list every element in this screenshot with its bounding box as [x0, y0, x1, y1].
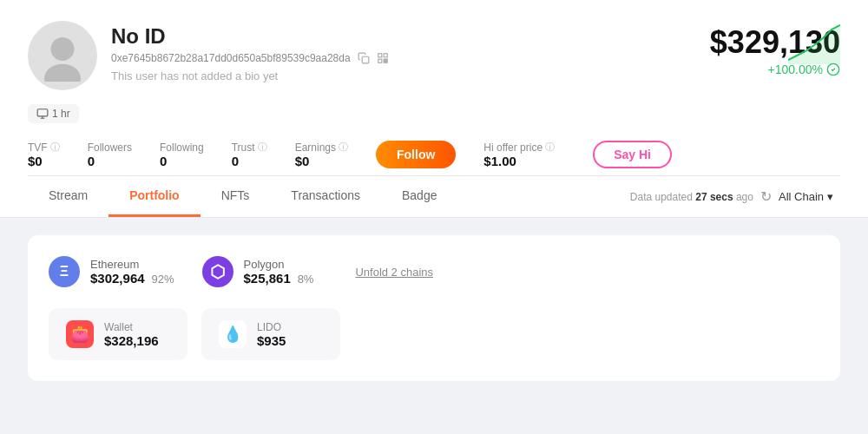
trust-value: 0 — [232, 154, 267, 168]
copy-address-button[interactable] — [358, 52, 370, 64]
assets-row: 👛 Wallet $328,196 💧 LIDO $935 — [49, 308, 819, 360]
svg-rect-2 — [362, 56, 369, 63]
data-updated-text: Data updated 27 secs ago — [630, 191, 753, 203]
ethereum-pct: 92% — [151, 273, 174, 286]
hi-offer-label: Hi offer price — [483, 141, 542, 154]
ethereum-name: Ethereum — [90, 258, 174, 271]
chevron-down-icon: ▾ — [827, 190, 833, 203]
qr-code-button[interactable] — [377, 52, 389, 64]
wallet-asset-value: $328,196 — [104, 333, 159, 348]
trust-label: Trust — [232, 141, 255, 154]
wallet-logo: 👛 — [66, 320, 94, 348]
hi-offer-container: Hi offer price ⓘ $1.00 — [483, 141, 555, 168]
chain-polygon: ⬡ Polygon $25,861 8% — [202, 256, 314, 287]
stat-following: Following 0 — [160, 141, 204, 168]
time-badge: 1 hr — [28, 104, 79, 123]
hi-offer-value: $1.00 — [483, 154, 555, 168]
refresh-icon[interactable]: ↻ — [760, 188, 772, 205]
stat-tvf: TVF ⓘ $0 — [28, 141, 60, 168]
chains-row: Ξ Ethereum $302,964 92% ⬡ Polygon $25,86… — [49, 256, 819, 287]
polygon-info: Polygon $25,861 8% — [244, 258, 314, 286]
lido-asset-name: LIDO — [257, 321, 286, 333]
stat-earnings: Earnings ⓘ $0 — [295, 141, 348, 168]
tab-nfts[interactable]: NFTs — [201, 176, 271, 217]
earnings-label: Earnings — [295, 141, 336, 154]
stat-followers: Followers 0 — [88, 141, 132, 168]
check-circle-icon — [826, 62, 840, 76]
portfolio-change: +100.00% — [710, 62, 840, 76]
stat-trust: Trust ⓘ 0 — [232, 141, 267, 168]
earnings-info-icon: ⓘ — [339, 141, 348, 154]
portfolio-content: Ξ Ethereum $302,964 92% ⬡ Polygon $25,86… — [0, 218, 868, 398]
earnings-value: $0 — [295, 154, 348, 168]
wallet-asset-name: Wallet — [104, 321, 159, 333]
chain-selector[interactable]: All Chain ▾ — [779, 190, 833, 203]
svg-rect-7 — [385, 59, 387, 61]
lido-logo: 💧 — [219, 320, 247, 348]
svg-rect-4 — [384, 54, 387, 57]
following-value: 0 — [160, 154, 204, 168]
wallet-address: 0xe7645b8672b28a17dd0d650a5bf89539c9aa28… — [111, 52, 351, 64]
polygon-value: $25,861 — [244, 271, 291, 286]
svg-rect-3 — [378, 54, 381, 57]
svg-rect-9 — [385, 62, 387, 63]
tab-portfolio[interactable]: Portfolio — [108, 176, 201, 217]
tvf-label: TVF — [28, 141, 48, 154]
portfolio-sparkline — [788, 21, 840, 64]
ethereum-value: $302,964 — [90, 271, 145, 286]
lido-asset-value: $935 — [257, 333, 286, 348]
svg-rect-6 — [384, 59, 385, 61]
svg-rect-12 — [37, 109, 48, 116]
tvf-value: $0 — [28, 154, 60, 168]
unfold-chains-link[interactable]: Unfold 2 chains — [355, 266, 433, 279]
tab-stream[interactable]: Stream — [28, 176, 108, 217]
svg-rect-8 — [384, 62, 385, 63]
svg-point-1 — [44, 64, 81, 82]
avatar — [28, 21, 97, 90]
tab-transactions[interactable]: Transactions — [270, 176, 381, 217]
svg-point-0 — [51, 37, 75, 61]
ethereum-logo: Ξ — [49, 256, 80, 287]
follow-button[interactable]: Follow — [376, 141, 456, 168]
followers-value: 0 — [88, 154, 132, 168]
polygon-pct: 8% — [298, 273, 314, 286]
chain-ethereum: Ξ Ethereum $302,964 92% — [49, 256, 174, 287]
tab-badge[interactable]: Badge — [381, 176, 457, 217]
stats-row: TVF ⓘ $0 Followers 0 Following 0 Trust ⓘ… — [28, 141, 840, 168]
asset-wallet: 👛 Wallet $328,196 — [49, 308, 187, 360]
clock-icon — [36, 108, 49, 120]
tvf-info-icon: ⓘ — [50, 141, 60, 154]
profile-bio: This user has not added a bio yet — [111, 69, 389, 82]
svg-rect-5 — [378, 59, 381, 62]
polygon-logo: ⬡ — [202, 256, 233, 287]
tabs-row: Stream Portfolio NFTs Transactions Badge… — [28, 175, 840, 217]
followers-label: Followers — [88, 141, 132, 154]
asset-lido: 💧 LIDO $935 — [201, 308, 340, 360]
hi-offer-info-icon: ⓘ — [545, 141, 555, 154]
following-label: Following — [160, 141, 204, 154]
trust-info-icon: ⓘ — [258, 141, 267, 154]
chain-selector-label: All Chain — [779, 190, 824, 203]
ethereum-info: Ethereum $302,964 92% — [90, 258, 174, 286]
polygon-name: Polygon — [244, 258, 314, 271]
profile-name: No ID — [111, 24, 389, 49]
portfolio-card: Ξ Ethereum $302,964 92% ⬡ Polygon $25,86… — [28, 235, 840, 381]
say-hi-button[interactable]: Say Hi — [593, 141, 672, 168]
time-active: 1 hr — [52, 108, 70, 120]
